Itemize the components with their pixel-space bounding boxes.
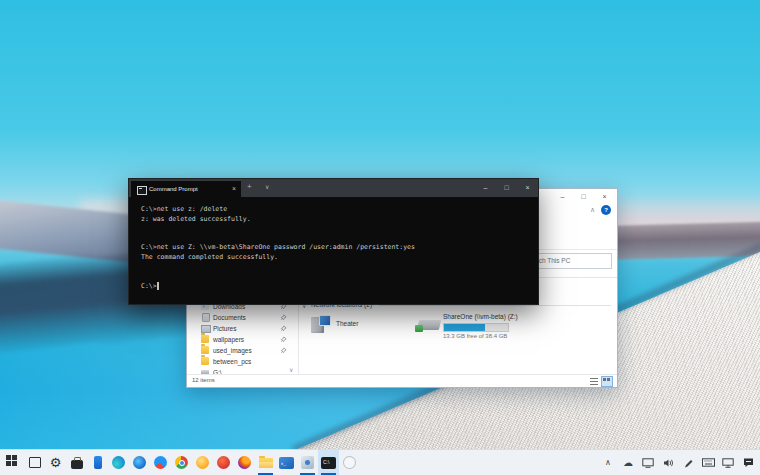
phone-icon (94, 456, 102, 469)
onedrive-cloud-icon[interactable]: ☁ (618, 457, 638, 468)
terminal-window: Command Prompt × + ∨ – □ × C:\>net use z… (128, 178, 539, 305)
folder-icon (201, 335, 209, 343)
command-prompt-icon: C:\ (321, 457, 336, 469)
sidebar-item-label: used_images (213, 347, 252, 354)
folder-icon (201, 346, 209, 354)
capacity-bar-fill (444, 324, 485, 331)
pin-icon (280, 314, 287, 321)
dimmed-app-button[interactable] (339, 450, 360, 475)
explorer-maximize-button[interactable]: □ (573, 189, 594, 205)
network-drive-front-icon (415, 325, 423, 332)
explorer-caption-buttons: – □ × (552, 189, 615, 205)
terminal-output[interactable]: C:\>net use z: /delete z: was deleted su… (129, 197, 538, 304)
gray-app-button[interactable] (297, 450, 318, 475)
statusbar-divider (187, 374, 617, 375)
pictures-icon (201, 325, 211, 333)
command-prompt-button[interactable]: C:\ (318, 450, 339, 475)
documents-icon (202, 313, 210, 322)
view-list-button[interactable] (588, 376, 600, 387)
edge-blue-icon (133, 456, 146, 469)
gray-app-icon (301, 456, 314, 469)
file-explorer-button[interactable] (255, 450, 276, 475)
task-view-icon (29, 457, 41, 468)
chrome-button[interactable] (171, 450, 192, 475)
terminal-close-button[interactable]: × (517, 179, 538, 197)
help-icon[interactable]: ? (601, 205, 611, 215)
network-item-theater[interactable] (309, 313, 331, 335)
tab-dropdown-icon[interactable]: ∨ (265, 183, 269, 190)
action-center-icon[interactable] (738, 457, 758, 468)
edge-teal-icon (112, 456, 125, 469)
task-view-button[interactable] (24, 450, 45, 475)
terminal-tab[interactable]: Command Prompt × (131, 181, 241, 197)
your-phone-button[interactable] (87, 450, 108, 475)
capacity-bar (443, 323, 509, 332)
explorer-close-button[interactable]: × (594, 189, 615, 205)
taskbar-app-buttons: ⚙ ›_ C:\ (0, 450, 360, 475)
firefox-icon (238, 456, 251, 469)
windows-logo-icon (6, 455, 11, 460)
brave-button[interactable] (213, 450, 234, 475)
edge-teal-button[interactable] (108, 450, 129, 475)
sidebar-item-between-pcs[interactable]: between_pcs (187, 356, 297, 367)
pin-icon (280, 347, 287, 354)
powershell-button[interactable]: ›_ (276, 450, 297, 475)
brave-icon (217, 456, 230, 469)
sidebar-item-label: between_pcs (213, 358, 251, 365)
terminal-maximize-button[interactable]: □ (496, 179, 517, 197)
chrome-canary-icon (196, 456, 209, 469)
volume-icon[interactable] (658, 458, 678, 468)
sidebar-scroll-down-icon[interactable]: ∨ (289, 366, 293, 373)
pen-icon[interactable] (678, 458, 698, 468)
capacity-text: 13.3 GB free of 38.4 GB (443, 333, 507, 339)
vault-app-button[interactable] (66, 450, 87, 475)
tab-close-icon[interactable]: × (232, 185, 236, 192)
sidebar-item-documents[interactable]: Documents (187, 312, 297, 323)
media-device-screen-icon (319, 315, 331, 326)
terminal-caption-buttons: – □ × (475, 179, 538, 197)
view-thumbnails-button[interactable] (601, 376, 613, 387)
chrome-icon (175, 456, 188, 469)
sidebar-item-label: wallpapers (213, 336, 244, 343)
folder-icon (201, 357, 209, 365)
terminal-cursor (157, 282, 159, 290)
briefcase-icon (71, 460, 83, 469)
network-item-shareone[interactable] (415, 318, 441, 334)
edge-blue-button[interactable] (129, 450, 150, 475)
cmd-icon (137, 186, 147, 195)
touch-keyboard-icon[interactable] (698, 458, 718, 467)
dimmed-app-icon (343, 456, 356, 469)
settings-button[interactable]: ⚙ (45, 450, 66, 475)
start-button[interactable] (3, 450, 24, 475)
display-icon[interactable] (718, 458, 738, 468)
pin-icon (280, 325, 287, 332)
gear-icon: ⚙ (50, 456, 62, 469)
network-item-theater-label[interactable]: Theater (336, 320, 358, 327)
group-header-rule (379, 305, 611, 306)
hidden-icons-chevron[interactable]: ∧ (598, 458, 618, 467)
powershell-icon: ›_ (279, 457, 294, 469)
taskbar: ⚙ ›_ C:\ ∧ ☁ (0, 449, 760, 475)
network-item-shareone-label[interactable]: ShareOne (\\vm-beta) (Z:) (443, 313, 518, 320)
statusbar-item-count: 12 items (192, 377, 215, 383)
terminal-tab-title: Command Prompt (149, 186, 198, 192)
edge-red-icon (154, 456, 167, 469)
terminal-minimize-button[interactable]: – (475, 179, 496, 197)
terminal-tab-bar: Command Prompt × + ∨ – □ × (129, 179, 538, 197)
sidebar-item-label: Pictures (213, 325, 236, 332)
new-tab-button[interactable]: + (247, 182, 252, 191)
file-explorer-icon (259, 458, 273, 468)
explorer-minimize-button[interactable]: – (552, 189, 573, 205)
pin-icon (280, 336, 287, 343)
sidebar-item-label: Documents (213, 314, 246, 321)
chrome-canary-button[interactable] (192, 450, 213, 475)
cast-display-icon[interactable] (638, 458, 658, 468)
system-tray: ∧ ☁ (598, 450, 760, 475)
ribbon-collapse-icon[interactable]: ∧ (590, 206, 595, 214)
edge-red-button[interactable] (150, 450, 171, 475)
firefox-button[interactable] (234, 450, 255, 475)
